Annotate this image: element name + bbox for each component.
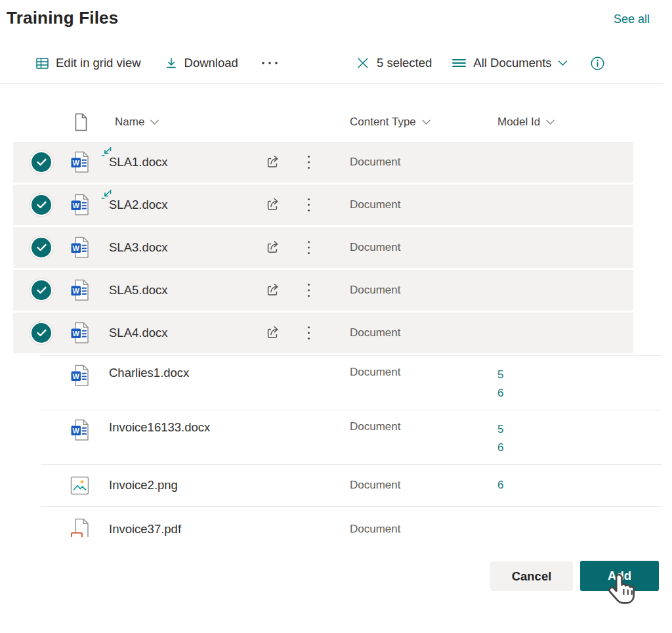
share-icon xyxy=(265,154,284,170)
selected-count-label: 5 selected xyxy=(377,56,432,70)
checkmark-icon xyxy=(30,236,52,259)
table-row[interactable]: W SLA5.docx xyxy=(0,270,663,311)
row-selection-indicator[interactable] xyxy=(30,236,52,259)
file-name-link[interactable]: Invoice37.pdf xyxy=(109,522,181,536)
column-header-file-type[interactable] xyxy=(74,113,89,131)
model-id-value: 5 xyxy=(497,366,503,384)
new-item-icon xyxy=(101,188,114,201)
more-options-button[interactable] xyxy=(304,282,313,298)
more-vertical-icon xyxy=(307,198,310,212)
content-type-cell: Document xyxy=(350,523,400,536)
more-vertical-icon xyxy=(307,155,310,169)
pdf-file-icon xyxy=(70,518,90,537)
model-id-cell: 56 xyxy=(497,420,503,457)
chevron-down-icon xyxy=(422,120,430,125)
more-vertical-icon xyxy=(307,283,310,297)
table-row[interactable]: W SLA3.docx xyxy=(0,227,663,268)
more-commands-button[interactable] xyxy=(261,60,279,66)
model-id-cell: 56 xyxy=(497,366,503,403)
table-row[interactable]: Invoice37.pdf Document xyxy=(0,506,663,537)
table-row[interactable]: W SLA2.docx xyxy=(0,185,663,225)
word-file-icon: W xyxy=(70,194,90,216)
model-id-value: 6 xyxy=(497,384,503,403)
content-type-cell: Document xyxy=(350,284,400,297)
image-file-icon xyxy=(70,474,90,496)
share-button[interactable] xyxy=(265,196,284,213)
file-name-cell: Invoice37.pdf xyxy=(109,522,181,536)
word-file-icon: W xyxy=(70,364,90,387)
file-name-cell: SLA5.docx xyxy=(109,283,167,297)
word-file-icon: W xyxy=(70,236,90,259)
file-name-cell: Charlies1.docx xyxy=(109,366,189,380)
content-type-cell: Document xyxy=(350,326,400,339)
page-icon xyxy=(74,113,89,131)
model-id-value: 6 xyxy=(497,476,503,494)
edit-in-grid-view-label: Edit in grid view xyxy=(56,56,141,70)
row-divider xyxy=(41,410,662,410)
see-all-link[interactable]: See all xyxy=(614,12,650,26)
cancel-button[interactable]: Cancel xyxy=(490,561,573,591)
more-options-button[interactable] xyxy=(304,240,313,255)
file-name-cell: SLA2.docx xyxy=(109,198,167,212)
word-file-icon: W xyxy=(70,279,90,301)
row-highlight xyxy=(13,313,633,353)
svg-text:W: W xyxy=(73,202,80,209)
table-row[interactable]: W Invoice16133.docx Document 56 xyxy=(0,410,663,464)
file-name-cell: Invoice16133.docx xyxy=(109,420,210,435)
share-button[interactable] xyxy=(265,324,284,341)
column-header-content-type[interactable]: Content Type xyxy=(350,116,430,129)
more-options-button[interactable] xyxy=(304,197,313,213)
content-type-cell: Document xyxy=(350,198,400,211)
more-icon xyxy=(261,60,279,66)
file-name-link[interactable]: SLA1.docx xyxy=(109,155,167,169)
more-options-button[interactable] xyxy=(304,325,313,341)
share-icon xyxy=(265,282,284,298)
file-name-link[interactable]: Charlies1.docx xyxy=(109,366,189,380)
word-file-icon: W xyxy=(70,419,90,441)
file-name-link[interactable]: Invoice16133.docx xyxy=(109,420,210,434)
file-name-link[interactable]: SLA4.docx xyxy=(109,326,167,339)
share-button[interactable] xyxy=(265,282,284,299)
share-button[interactable] xyxy=(265,239,284,256)
file-name-cell: Invoice2.png xyxy=(109,478,178,492)
share-button[interactable] xyxy=(265,154,284,171)
content-type-cell: Document xyxy=(350,241,400,254)
table-row[interactable]: Invoice2.png Document 6 xyxy=(0,464,663,506)
clear-selection-button[interactable]: 5 selected xyxy=(357,56,432,70)
command-bar: Edit in grid view Download xyxy=(35,50,279,76)
row-selection-indicator[interactable] xyxy=(30,194,52,216)
svg-text:W: W xyxy=(73,287,80,295)
file-name-link[interactable]: SLA2.docx xyxy=(109,198,167,211)
info-button[interactable] xyxy=(590,56,605,71)
file-name-link[interactable]: Invoice2.png xyxy=(109,478,178,492)
edit-in-grid-view-button[interactable]: Edit in grid view xyxy=(35,56,141,70)
row-highlight xyxy=(13,270,633,311)
row-selection-indicator[interactable] xyxy=(30,151,52,173)
more-options-button[interactable] xyxy=(304,154,313,170)
row-selection-indicator[interactable] xyxy=(30,322,52,344)
row-selection-indicator[interactable] xyxy=(30,279,52,301)
model-id-cell: 6 xyxy=(497,476,503,494)
checkmark-icon xyxy=(30,194,52,216)
file-name-cell: SLA4.docx xyxy=(109,326,167,340)
view-selector-button[interactable]: All Documents xyxy=(452,56,567,70)
svg-text:W: W xyxy=(73,330,80,338)
column-header-name[interactable]: Name xyxy=(115,116,159,129)
checkmark-icon xyxy=(30,279,52,301)
file-list: W SLA1.docx xyxy=(0,142,663,537)
content-type-cell: Document xyxy=(350,420,400,433)
file-name-link[interactable]: SLA5.docx xyxy=(109,283,167,297)
add-button[interactable]: Add xyxy=(580,561,659,591)
download-icon xyxy=(165,56,178,70)
table-row[interactable]: W SLA4.docx xyxy=(0,313,663,353)
column-header-model-id[interactable]: Model Id xyxy=(497,116,555,129)
download-label: Download xyxy=(184,56,238,70)
table-row[interactable]: W Charlies1.docx Document 56 xyxy=(0,355,663,410)
download-button[interactable]: Download xyxy=(165,56,238,70)
svg-text:W: W xyxy=(73,159,80,167)
row-divider xyxy=(41,506,662,507)
table-row[interactable]: W SLA1.docx xyxy=(0,142,663,183)
word-file-icon: W xyxy=(70,151,90,173)
file-name-link[interactable]: SLA3.docx xyxy=(109,240,167,254)
share-icon xyxy=(265,324,284,341)
